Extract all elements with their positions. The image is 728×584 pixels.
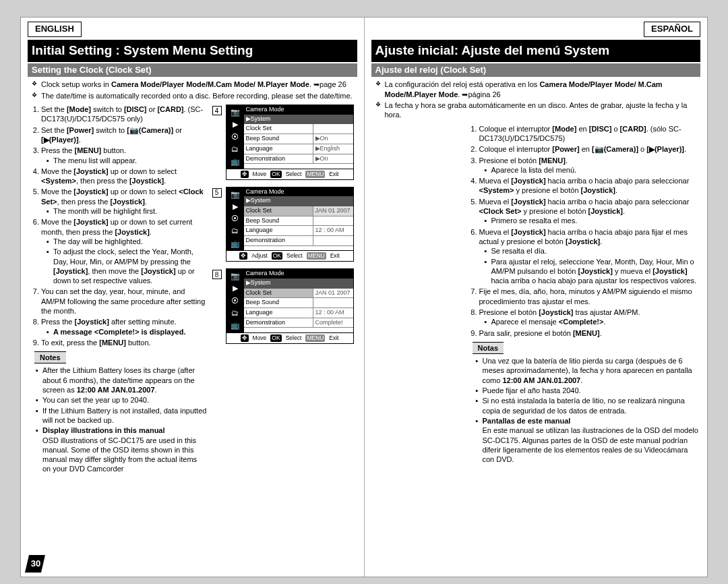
note: Puede fijar el año hasta 2040. <box>483 386 701 395</box>
sub: To adjust the clock, select the Year, Mo… <box>53 247 207 285</box>
steps-right: Coloque el interruptor [Mode] en [DISC] … <box>371 124 701 338</box>
step-8: Presione el botón [Joystick] tras ajusta… <box>479 308 701 327</box>
tv-icon: 📺 <box>231 156 240 166</box>
notes-header-right: Notas <box>473 342 504 354</box>
osd-screen-4: 📷▶⦿🗂📺 Camera Mode ▶System Clock Set Beep… <box>226 105 354 180</box>
intro-bullets-right: ❖La configuración del reloj está operati… <box>371 80 701 119</box>
note: After the Lithium Battery loses its char… <box>42 366 207 395</box>
sub: The menu list will appear. <box>53 156 207 165</box>
left-column: ENGLISH Initial Setting : System Menu Se… <box>21 18 364 577</box>
language-tab-english: ENGLISH <box>28 22 82 37</box>
camera-icon: 📷 <box>231 107 240 117</box>
step-3: Press the [MENU] button. The menu list w… <box>41 146 207 165</box>
screen-step-5: 5 <box>212 188 222 198</box>
title-band-right: Ajuste inicial: Ajuste del menú System <box>371 40 701 62</box>
right-column: ESPAÑOL Ajuste inicial: Ajuste del menú … <box>365 18 708 577</box>
text-bold: Camera Mode/Player Mode/M.Cam Mode/ M.Pl… <box>111 80 309 88</box>
subtitle-left: Setting the Clock (Clock Set) <box>28 63 357 78</box>
step-2: Coloque el interruptor [Power] en [📷(Cam… <box>479 144 701 154</box>
card-icon: 🗂 <box>231 144 239 154</box>
osd-mode: Camera Mode <box>244 105 353 115</box>
manual-page: ENGLISH Initial Setting : System Menu Se… <box>20 17 708 577</box>
text: . ➥page 26 <box>309 80 346 88</box>
step-5: Mueva el [Joystick] hacia arriba o hacia… <box>479 197 701 226</box>
text: The date/time is automatically recorded … <box>41 91 353 100</box>
note: If the Lithium Battery is not installed,… <box>42 406 207 426</box>
disc-icon: ⦿ <box>231 132 239 142</box>
step-9: Para salir, presione el botón [MENU]. <box>479 328 701 338</box>
title-band-left: Initial Setting : System Menu Setting <box>28 40 357 62</box>
subtitle-right: Ajuste del reloj (Clock Set) <box>371 63 701 78</box>
notes-header-left: Notes <box>34 351 66 363</box>
step-9: To exit, press the [MENU] button. <box>41 338 207 347</box>
osd-screen-5: 📷▶⦿🗂📺 Camera Mode ▶System Clock SetJAN 0… <box>226 187 354 262</box>
note: Display illustrations in this manualOSD … <box>42 426 207 473</box>
notes-left: After the Lithium Battery loses its char… <box>28 366 207 473</box>
page-number: 30 <box>25 555 45 573</box>
step-6: Move the [Joystick] up or down to set cu… <box>41 217 207 285</box>
step-6: Mueva el [Joystick] hacia arriba o hacia… <box>479 227 701 286</box>
note: You can set the year up to 2040. <box>42 395 207 405</box>
sub: A message <Complete!> is displayed. <box>53 327 207 337</box>
note: Una vez que la batería de litio pierda s… <box>483 356 701 385</box>
language-tab-spanish: ESPAÑOL <box>644 22 700 37</box>
play-icon: ▶ <box>233 119 238 129</box>
screen-step-8: 8 <box>212 270 222 279</box>
step-5: Move the [Joystick] up or down to select… <box>41 187 207 216</box>
step-4: Mueva el [Joystick] hacia arriba o hacia… <box>479 176 701 196</box>
step-8: Press the [Joystick] after setting minut… <box>41 317 207 337</box>
note: Pantallas de este manualEn este manual s… <box>483 416 701 464</box>
sub: The month will be highlight first. <box>53 206 207 216</box>
text: Clock setup works in <box>41 80 111 88</box>
step-3: Presione el botón [MENU]. Aparece la lis… <box>479 156 701 175</box>
step-4: Move the [Joystick] up or down to select… <box>41 167 207 186</box>
step-1: Set the [Mode] switch to [DISC] or [CARD… <box>41 105 207 124</box>
osd-system: ▶System <box>244 115 353 125</box>
intro-bullets-left: ❖Clock setup works in Camera Mode/Player… <box>28 80 357 100</box>
screen-step-4: 4 <box>212 106 222 115</box>
steps-left: Set the [Mode] switch to [DISC] or [CARD… <box>28 105 207 347</box>
step-7: Fije el mes, día, año, hora, minutos y A… <box>479 287 701 306</box>
step-1: Coloque el interruptor [Mode] en [DISC] … <box>479 124 701 144</box>
sub: The day will be highlighted. <box>53 237 207 246</box>
note: Si no está instalada la batería de litio… <box>483 396 701 415</box>
notes-right: Una vez que la batería de litio pierda s… <box>371 356 701 464</box>
step-2: Set the [Power] switch to [📷(Camera)] or… <box>41 125 207 145</box>
osd-screen-8: 📷▶⦿🗂📺 Camera Mode ▶System Clock SetJAN 0… <box>226 268 354 344</box>
osd-illustrations: 4 📷▶⦿🗂📺 Camera Mode ▶System Clock Set Be… <box>212 105 357 475</box>
step-7: You can set the day, year, hour, minute,… <box>41 287 207 316</box>
